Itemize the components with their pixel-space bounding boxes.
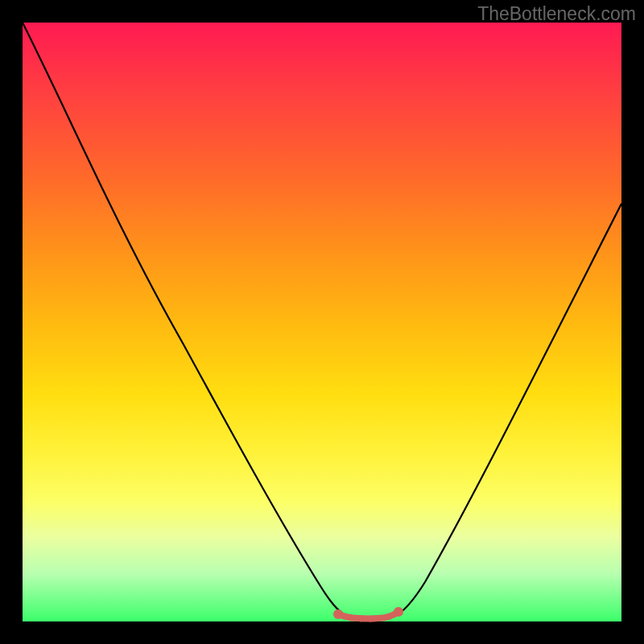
watermark-text: TheBottleneck.com (477, 3, 636, 25)
optimal-range-marker (333, 607, 403, 622)
chart-frame: TheBottleneck.com (0, 0, 644, 644)
svg-point-5 (378, 616, 383, 621)
bottleneck-curve (23, 23, 621, 618)
chart-svg (23, 23, 621, 621)
svg-point-2 (349, 616, 354, 621)
svg-point-6 (387, 614, 393, 620)
svg-point-4 (368, 617, 374, 622)
svg-point-3 (358, 617, 364, 622)
